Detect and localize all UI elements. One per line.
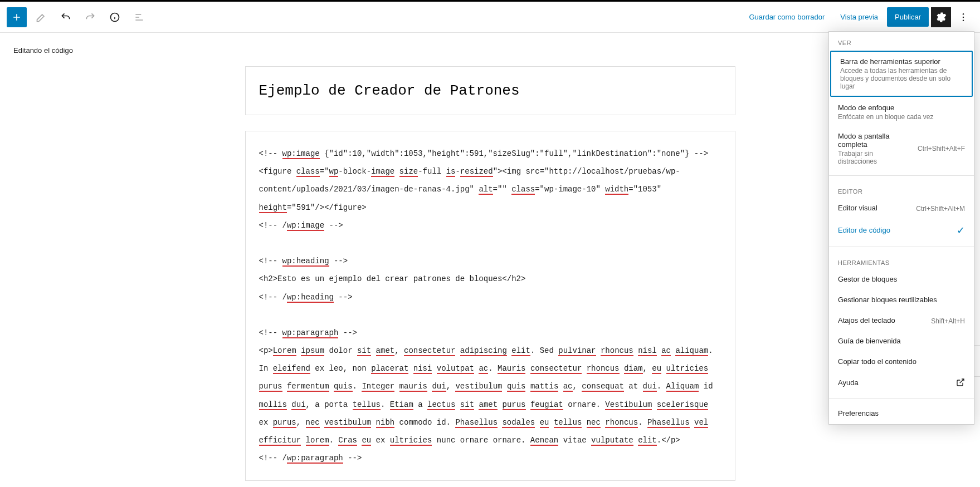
check-icon: ✓ (957, 224, 965, 237)
tools-section-label: HERRAMIENTAS (829, 252, 974, 269)
top-toolbar-option[interactable]: Barra de herramientas superior Accede a … (830, 51, 973, 97)
code-editor-option[interactable]: Editor de código ✓ (829, 219, 974, 242)
fullscreen-option[interactable]: Modo a pantalla completa Trabajar sin di… (829, 126, 974, 171)
reusable-blocks-option[interactable]: Gestionar bloques reutilizables (829, 290, 974, 311)
svg-point-3 (963, 19, 964, 21)
editor-section-label: EDITOR (829, 180, 974, 198)
settings-button[interactable] (931, 7, 951, 27)
external-link-icon (956, 378, 965, 388)
visual-editor-option[interactable]: Editor visual Ctrl+Shift+Alt+M (829, 198, 974, 219)
editing-label: Editando el código (13, 46, 73, 55)
code-content-box[interactable]: <!-- wp:image {"id":10,"width":1053,"hei… (245, 131, 735, 481)
pencil-icon[interactable] (31, 7, 51, 27)
add-block-button[interactable] (7, 7, 27, 27)
redo-button[interactable] (80, 7, 100, 27)
list-view-icon[interactable] (129, 7, 149, 27)
top-toolbar: Guardar como borrador Vista previa Publi… (0, 2, 980, 33)
undo-button[interactable] (56, 7, 76, 27)
focus-mode-option[interactable]: Modo de enfoque Enfócate en un bloque ca… (829, 98, 974, 126)
help-option[interactable]: Ayuda (829, 372, 974, 394)
keyboard-shortcuts-option[interactable]: Atajos del teclado Shift+Alt+H (829, 311, 974, 331)
keyboard-shortcut-label: Shift+Alt+H (931, 317, 965, 325)
preview-button[interactable]: Vista previa (833, 8, 885, 26)
title-box[interactable] (245, 66, 735, 115)
more-menu-button[interactable] (953, 7, 973, 27)
fullscreen-shortcut: Ctrl+Shift+Alt+F (918, 145, 965, 153)
code-content[interactable]: <!-- wp:image {"id":10,"width":1053,"hei… (259, 145, 721, 467)
publish-button[interactable]: Publicar (887, 7, 929, 27)
view-section-label: VER (829, 32, 974, 50)
copy-all-option[interactable]: Copiar todo el contenido (829, 352, 974, 372)
info-icon[interactable] (105, 7, 125, 27)
svg-point-2 (963, 16, 964, 18)
welcome-guide-option[interactable]: Guía de bienvenida (829, 331, 974, 352)
svg-point-1 (963, 13, 964, 14)
block-manager-option[interactable]: Gestor de bloques (829, 269, 974, 290)
options-dropdown: VER Barra de herramientas superior Acced… (828, 31, 974, 425)
visual-editor-shortcut: Ctrl+Shift+Alt+M (916, 205, 965, 213)
save-draft-button[interactable]: Guardar como borrador (743, 8, 832, 26)
post-title-input[interactable] (259, 82, 721, 99)
preferences-option[interactable]: Preferencias (829, 404, 974, 424)
